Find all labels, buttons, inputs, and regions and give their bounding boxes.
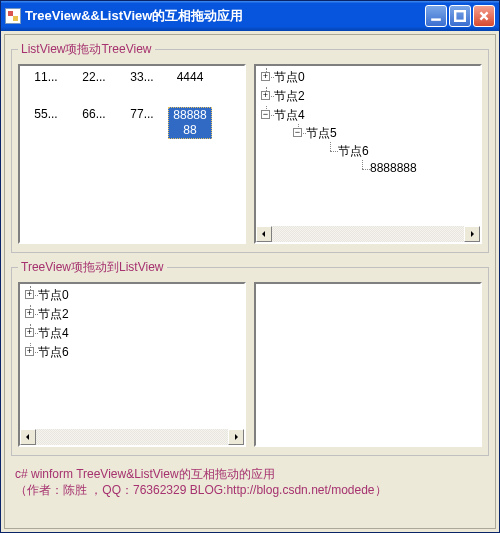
app-window: TreeView&&ListView的互相拖动应用 ListView项拖动Tre… [0,0,500,533]
tree-node-label: 节点6 [38,345,69,359]
scroll-right-button[interactable] [228,429,244,445]
footer-line1: c# winform TreeView&ListView的互相拖动的应用 [15,466,485,482]
listview-item[interactable]: 77... [120,107,164,139]
scroll-track[interactable] [36,429,228,445]
tree-node[interactable]: +节点2 [260,87,478,106]
tree-node[interactable]: 8888888 [356,160,478,176]
scroll-left-button[interactable] [256,226,272,242]
expand-icon[interactable]: + [25,347,34,356]
tree-node-label: 节点2 [274,89,305,103]
listview-item-label: 55... [32,107,59,122]
listview-item-label: 11... [32,70,59,85]
expand-icon[interactable]: + [261,72,270,81]
listview-item[interactable]: 22... [72,70,116,85]
tree-node[interactable]: +节点6 [24,343,242,362]
listview-item[interactable]: 55... [24,107,68,139]
footer-text: c# winform TreeView&ListView的互相拖动的应用 （作者… [5,462,495,498]
tree-node[interactable]: +节点0 [24,286,242,305]
listview-item[interactable]: 66... [72,107,116,139]
tree-node-label: 节点5 [306,126,337,140]
footer-line2: （作者：陈胜 ，QQ：76362329 BLOG:http://blog.csd… [15,482,485,498]
scroll-track[interactable] [272,226,464,242]
treeview-bottom[interactable]: +节点0+节点2+节点4+节点6 [18,282,246,447]
scroll-left-button[interactable] [20,429,36,445]
collapse-icon[interactable]: − [293,128,302,137]
listview-item[interactable]: 4444 [168,70,212,85]
tree-node[interactable]: 节点68888888 [324,142,478,177]
tree-node-label: 节点0 [274,70,305,84]
treeview-bottom-hscroll[interactable] [20,429,244,445]
tree-node-label: 节点2 [38,307,69,321]
expand-icon[interactable]: + [25,328,34,337]
listview-bottom[interactable] [254,282,482,447]
maximize-button[interactable] [449,5,471,27]
treeview-top-hscroll[interactable] [256,226,480,242]
listview-item-label: 66... [80,107,107,122]
listview-item-label: 4444 [175,70,206,85]
scroll-right-button[interactable] [464,226,480,242]
close-button[interactable] [473,5,495,27]
group-listview-to-treeview: ListView项拖动TreeView 11...22...33...44445… [11,41,489,253]
expand-icon[interactable]: + [25,309,34,318]
window-title: TreeView&&ListView的互相拖动应用 [25,7,425,25]
listview-item[interactable]: 11... [24,70,68,85]
listview-item-label: 8888888 [168,107,212,139]
listview-item[interactable]: 8888888 [168,107,212,139]
listview-top[interactable]: 11...22...33...444455...66...77...888888… [18,64,246,244]
group1-legend: ListView项拖动TreeView [18,41,155,58]
tree-node-label: 节点6 [338,144,369,158]
tree-node-label: 节点4 [38,326,69,340]
listview-item-label: 77... [128,107,155,122]
tree-node[interactable]: −节点5节点68888888 [292,124,478,178]
expand-icon[interactable]: + [25,290,34,299]
tree-node[interactable]: −节点4−节点5节点68888888 [260,106,478,179]
tree-node-label: 节点4 [274,108,305,122]
treeview-top[interactable]: +节点0+节点2−节点4−节点5节点68888888 [254,64,482,244]
listview-item-label: 33... [128,70,155,85]
expand-icon[interactable]: + [261,91,270,100]
tree-node[interactable]: +节点2 [24,305,242,324]
client-area: ListView项拖动TreeView 11...22...33...44445… [4,34,496,529]
minimize-button[interactable] [425,5,447,27]
collapse-icon[interactable]: − [261,110,270,119]
tree-node-label: 节点0 [38,288,69,302]
group-treeview-to-listview: TreeView项拖动到ListView +节点0+节点2+节点4+节点6 [11,259,489,456]
app-icon [5,8,21,24]
svg-rect-0 [431,18,441,20]
listview-item[interactable]: 33... [120,70,164,85]
group2-legend: TreeView项拖动到ListView [18,259,167,276]
tree-node[interactable]: +节点4 [24,324,242,343]
tree-node-label: 8888888 [370,161,417,175]
titlebar[interactable]: TreeView&&ListView的互相拖动应用 [1,1,499,31]
tree-node[interactable]: +节点0 [260,68,478,87]
listview-item-label: 22... [80,70,107,85]
svg-rect-1 [455,11,465,21]
